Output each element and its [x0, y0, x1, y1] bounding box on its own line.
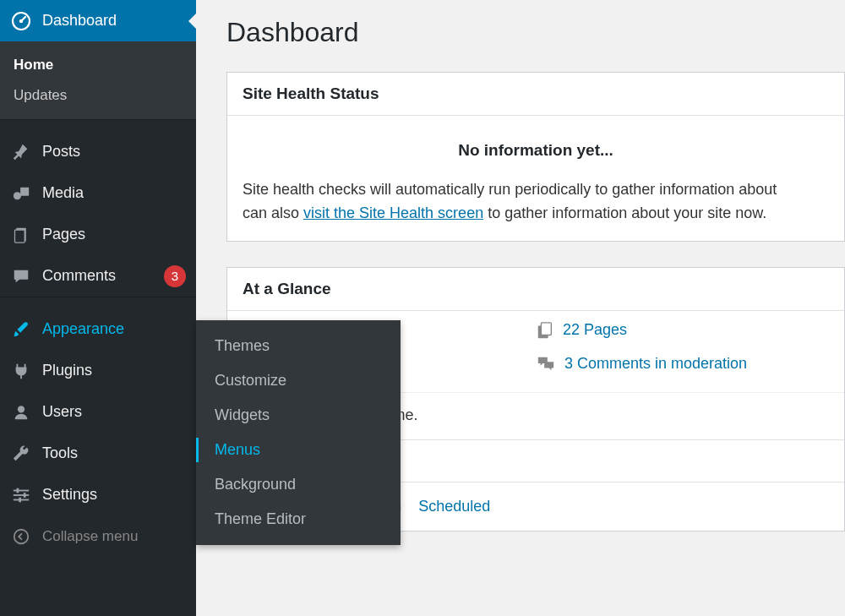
svg-point-2 [14, 192, 21, 199]
svg-rect-13 [19, 497, 21, 502]
flyout-item-widgets[interactable]: Widgets [196, 398, 401, 433]
sidebar-comments-label: Comments [42, 267, 157, 285]
flyout-item-customize[interactable]: Customize [196, 363, 401, 398]
sidebar-subitem-updates[interactable]: Updates [0, 80, 196, 111]
sidebar-item-posts[interactable]: Posts [0, 131, 196, 172]
pages-icon [536, 321, 554, 340]
comments-count-badge: 3 [164, 265, 186, 287]
at-a-glance-title: At a Glance [227, 268, 844, 311]
sidebar-item-tools[interactable]: Tools [0, 433, 196, 474]
sliders-icon [10, 486, 32, 504]
sidebar-plugins-label: Plugins [42, 362, 186, 379]
sidebar-item-comments[interactable]: Comments 3 [0, 255, 196, 297]
sidebar-settings-label: Settings [42, 486, 186, 504]
plug-icon [10, 362, 32, 380]
wrench-icon [10, 444, 32, 463]
svg-rect-9 [14, 494, 29, 496]
sidebar-subitem-home[interactable]: Home [0, 50, 196, 80]
sidebar-separator [0, 297, 196, 308]
comments-icon [536, 355, 556, 373]
flyout-item-themes[interactable]: Themes [196, 329, 401, 363]
sidebar-appearance-label: Appearance [42, 320, 186, 338]
page-title: Dashboard [226, 17, 845, 48]
sidebar-posts-label: Posts [42, 143, 186, 161]
pages-icon [10, 226, 32, 244]
site-health-link[interactable]: visit the Site Health screen [303, 204, 483, 221]
svg-rect-11 [17, 488, 19, 493]
appearance-flyout: Themes Customize Widgets Menus Backgroun… [196, 320, 401, 545]
site-health-title: Site Health Status [227, 73, 844, 116]
sidebar-item-plugins[interactable]: Plugins [0, 350, 196, 391]
sidebar-dashboard-subsection: Home Updates [0, 41, 196, 119]
flyout-item-theme-editor[interactable]: Theme Editor [196, 502, 401, 537]
sidebar-dashboard-label: Dashboard [42, 12, 186, 30]
site-health-desc-mid: can also [243, 204, 303, 221]
collapse-icon [10, 527, 32, 546]
sidebar-item-users[interactable]: Users [0, 391, 196, 433]
sidebar-collapse-menu[interactable]: Collapse menu [0, 515, 196, 557]
sidebar-media-label: Media [42, 184, 186, 202]
site-health-no-info: No information yet... [243, 131, 829, 178]
sidebar-item-media[interactable]: Media [0, 172, 196, 214]
sidebar-pages-label: Pages [42, 226, 186, 243]
sidebar-item-settings[interactable]: Settings [0, 474, 196, 515]
sidebar-separator [0, 119, 196, 131]
flyout-item-menus[interactable]: Menus [196, 433, 401, 467]
comment-icon [10, 267, 32, 286]
site-health-desc-pre: Site health checks will automatically ru… [243, 181, 777, 198]
schedule-status[interactable]: Scheduled [418, 498, 490, 515]
site-health-panel: Site Health Status No information yet...… [226, 72, 845, 242]
svg-rect-12 [24, 493, 26, 498]
glance-comments-label: 3 Comments in moderation [564, 355, 747, 373]
svg-rect-8 [14, 489, 29, 491]
glance-pages[interactable]: 22 Pages [536, 321, 829, 340]
svg-rect-5 [15, 230, 25, 243]
user-icon [10, 403, 32, 422]
svg-rect-16 [541, 323, 551, 335]
site-health-desc-post: to gather information about your site no… [483, 204, 766, 221]
sidebar-tools-label: Tools [42, 444, 186, 462]
glance-pages-label: 22 Pages [563, 321, 627, 339]
glance-comments[interactable]: 3 Comments in moderation [536, 355, 829, 373]
pin-icon [10, 143, 32, 161]
sidebar-item-pages[interactable]: Pages [0, 214, 196, 255]
media-icon [10, 184, 32, 203]
brush-icon [10, 320, 32, 339]
flyout-item-background[interactable]: Background [196, 467, 401, 502]
svg-point-14 [14, 529, 29, 543]
admin-sidebar: Dashboard Home Updates Posts Media Pages… [0, 0, 196, 616]
svg-point-7 [18, 406, 25, 412]
sidebar-collapse-label: Collapse menu [42, 528, 138, 545]
svg-point-1 [19, 19, 23, 22]
svg-rect-3 [20, 187, 29, 195]
dashboard-icon [10, 11, 32, 31]
site-health-description: Site health checks will automatically ru… [243, 178, 829, 226]
sidebar-item-appearance[interactable]: Appearance [0, 308, 196, 350]
sidebar-item-dashboard[interactable]: Dashboard [0, 0, 196, 41]
sidebar-users-label: Users [42, 403, 186, 421]
